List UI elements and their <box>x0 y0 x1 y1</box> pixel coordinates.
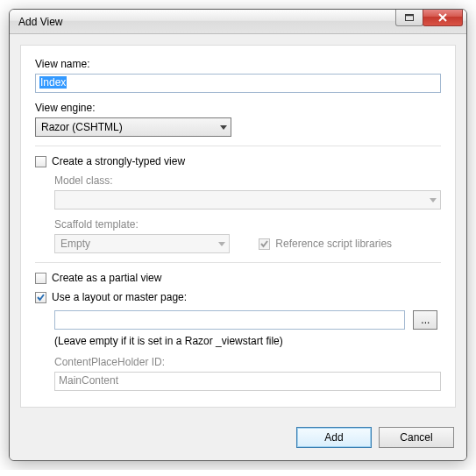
strongly-typed-label: Create a strongly-typed view <box>52 155 185 167</box>
layout-path-row: ... <box>54 310 441 330</box>
partial-row: Create as a partial view <box>35 272 441 284</box>
dialog-footer: Add Cancel <box>10 418 466 460</box>
close-button[interactable] <box>423 9 463 26</box>
browse-button[interactable]: ... <box>413 310 437 330</box>
scaffold-label: Scaffold template: <box>54 218 441 231</box>
layout-path-input[interactable] <box>54 310 405 330</box>
view-engine-value: Razor (CSHTML) <box>41 121 123 133</box>
partial-checkbox[interactable] <box>35 273 46 284</box>
cph-row: ContentPlaceHolder ID: MainContent <box>54 356 441 391</box>
ref-libs-row: Reference script libraries <box>259 238 392 250</box>
model-class-combo <box>54 190 441 210</box>
maximize-icon <box>404 13 415 22</box>
scaffold-row: Scaffold template: Empty Reference scrip… <box>54 218 441 253</box>
view-name-row: View name: Index <box>35 58 441 93</box>
view-name-value: Index <box>39 76 67 89</box>
layout-label: Use a layout or master page: <box>52 291 187 303</box>
window-buttons <box>396 9 463 26</box>
view-name-input[interactable]: Index <box>35 74 441 93</box>
layout-group: ... (Leave empty if it is set in a Razor… <box>54 310 441 391</box>
titlebar: Add View <box>10 10 466 34</box>
model-class-row: Model class: <box>54 174 441 210</box>
separator <box>35 146 441 146</box>
cph-label: ContentPlaceHolder ID: <box>54 356 441 368</box>
layout-row: Use a layout or master page: <box>35 291 441 303</box>
add-view-dialog: Add View View name: Index View engine: R… <box>9 9 467 461</box>
view-engine-row: View engine: Razor (CSHTML) <box>35 102 441 137</box>
close-icon <box>437 13 448 22</box>
model-class-label: Model class: <box>54 174 441 187</box>
ref-libs-checkbox <box>259 238 270 250</box>
add-button[interactable]: Add <box>296 427 372 448</box>
partial-label: Create as a partial view <box>52 272 161 284</box>
strongly-typed-group: Model class: Scaffold template: Empty Re… <box>54 174 441 253</box>
separator <box>35 262 441 263</box>
view-name-label: View name: <box>35 58 441 70</box>
dialog-content: View name: Index View engine: Razor (CSH… <box>20 45 456 408</box>
chevron-down-icon <box>218 242 225 246</box>
dialog-title: Add View <box>18 16 62 28</box>
layout-hint: (Leave empty if it is set in a Razor _vi… <box>54 335 441 347</box>
cph-input: MainContent <box>54 372 441 391</box>
scaffold-combo: Empty <box>54 234 230 253</box>
chevron-down-icon <box>430 198 437 202</box>
strongly-typed-checkbox[interactable] <box>35 156 46 167</box>
view-engine-combo[interactable]: Razor (CSHTML) <box>35 117 231 137</box>
layout-checkbox[interactable] <box>35 292 46 303</box>
cancel-button[interactable]: Cancel <box>379 427 454 448</box>
maximize-button[interactable] <box>395 9 423 26</box>
scaffold-value: Empty <box>60 238 90 250</box>
strongly-typed-row: Create a strongly-typed view <box>35 155 441 167</box>
chevron-down-icon <box>220 125 227 130</box>
ref-libs-label: Reference script libraries <box>275 238 392 250</box>
view-engine-label: View engine: <box>35 102 441 114</box>
